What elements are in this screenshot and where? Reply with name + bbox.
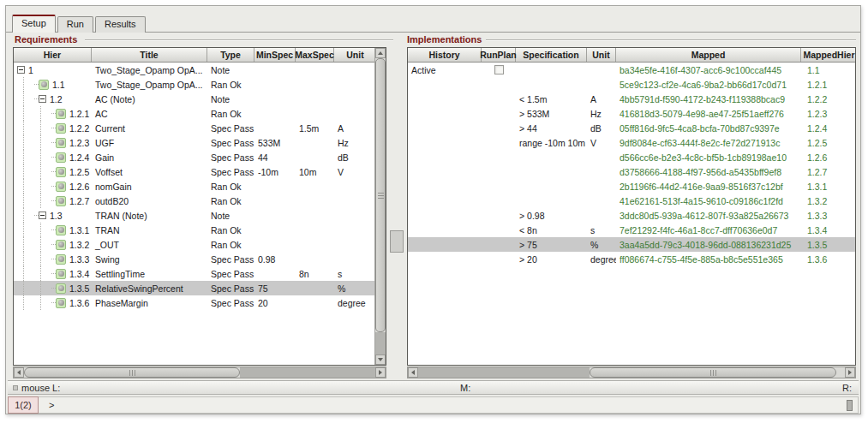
implementation-row[interactable]: d3758666-4188-4f97-956d-a5435bff9ef81.2.…	[408, 164, 855, 179]
requirements-vertical-scrollbar[interactable]	[374, 48, 386, 365]
cell-mappedhier: 1.2.5	[801, 135, 856, 150]
hier-label: 1.2.5	[69, 167, 89, 177]
cell-title: UGF	[92, 135, 207, 150]
tree-guide-line	[40, 281, 51, 295]
tree-guide-line	[23, 106, 34, 121]
requirement-row[interactable]: 1Two_Stage_Opamp OpA...Note	[14, 63, 374, 77]
req-column-header-unit[interactable]: Unit	[334, 48, 376, 62]
requirement-row[interactable]: 1.2AC (Note)Note	[14, 92, 374, 106]
implementation-row[interactable]: 2b1196f6-44d2-416e-9aa9-8516f37c12bf1.3.…	[408, 179, 855, 194]
cell-title: Voffset	[92, 164, 207, 179]
requirement-row[interactable]: 1.3.5RelativeSwingPercentSpec Pass75%	[14, 281, 374, 295]
horizontal-scrollbar-thumb[interactable]	[24, 367, 240, 378]
tree-collapse-icon[interactable]	[39, 212, 46, 219]
implementation-row[interactable]: 5ce9c123-cf2e-4ca6-9ba2-bb66d17c0d711.2.…	[408, 77, 855, 92]
hier-label: 1.3.4	[69, 269, 89, 279]
requirement-row[interactable]: 1.3.4SettlingTimeSpec Pass8ns	[14, 266, 374, 281]
scroll-right-button[interactable]	[375, 367, 386, 378]
cell-hier: 1.3.2	[14, 237, 92, 252]
implementations-horizontal-scrollbar[interactable]	[407, 366, 856, 378]
implementation-row[interactable]: range -10m 10mV9df8084e-cf63-444f-8e2c-f…	[408, 135, 855, 150]
tree-guide-line	[40, 106, 51, 121]
tab-setup[interactable]: Setup	[12, 15, 56, 33]
cell-maxspec	[296, 106, 334, 121]
requirement-row[interactable]: 1.3.3SwingSpec Pass0.98	[14, 252, 374, 266]
req-column-header-maxspec[interactable]: MaxSpec	[296, 48, 334, 62]
impl-column-header-unit[interactable]: Unit	[587, 48, 616, 62]
cell-title: RelativeSwingPercent	[92, 281, 207, 295]
requirements-groupbox-line	[85, 39, 393, 41]
requirement-row[interactable]: 1.1Two_Stage_Opamp OpA...Ran Ok	[14, 77, 374, 92]
cell-specification	[516, 194, 587, 208]
tree-guide-line	[40, 295, 51, 310]
requirement-row[interactable]: 1.2.1ACRan Ok	[14, 106, 374, 121]
cell-title: Current	[92, 121, 207, 135]
runplan-checkbox[interactable]	[494, 65, 504, 74]
cell-mappedhier: 1.2.1	[801, 77, 856, 92]
cell-history	[408, 135, 482, 150]
implementation-row[interactable]: > 0.983ddc80d5-939a-4612-807f-93a825a266…	[408, 208, 855, 223]
impl-column-header-mappedhier[interactable]: MappedHier	[801, 48, 856, 62]
scroll-up-button[interactable]	[375, 48, 386, 58]
implementation-row[interactable]: > 533MHz416818d3-5079-4e98-ae47-25f51aef…	[408, 106, 855, 121]
requirement-row[interactable]: 1.2.4GainSpec Pass44dB	[14, 150, 374, 164]
panel-splitter-handle[interactable]	[390, 230, 404, 253]
implementation-row[interactable]: < 8ns7ef21292-f4fc-46a1-8cc7-dff70636e0d…	[408, 223, 855, 237]
implementation-row[interactable]: Activeba34e5fe-416f-4307-acc6-9c100ccaf4…	[408, 63, 855, 77]
impl-column-header-history[interactable]: History	[408, 48, 482, 62]
command-input[interactable]: >	[39, 396, 859, 414]
mouse-left-binding-label: mouse L:	[21, 383, 60, 393]
command-history-button[interactable]: 1(2)	[8, 396, 39, 414]
tree-collapse-icon[interactable]	[17, 66, 25, 74]
cell-title: Two_Stage_Opamp OpA...	[92, 77, 207, 92]
requirement-row[interactable]: 1.2.3UGFSpec Pass533MHz	[14, 135, 374, 150]
scroll-down-button[interactable]	[375, 354, 386, 365]
scroll-left-button[interactable]	[408, 367, 418, 378]
horizontal-scrollbar-thumb[interactable]	[590, 367, 836, 378]
scroll-left-button[interactable]	[14, 367, 24, 378]
tab-results[interactable]: Results	[95, 16, 146, 33]
cell-type: Spec Pass	[207, 164, 254, 179]
tree-collapse-icon[interactable]	[39, 95, 46, 103]
horizontal-scrollbar-track[interactable]	[240, 367, 375, 378]
implementation-row[interactable]: < 1.5mA4bb5791d-f590-4172-b243-f119388bc…	[408, 92, 855, 106]
vertical-scrollbar-thumb[interactable]	[375, 58, 386, 332]
cell-history	[408, 106, 482, 121]
cell-hier: 1.2.4	[14, 150, 92, 164]
req-column-header-minspec[interactable]: MinSpec	[254, 48, 296, 62]
cell-title: SettlingTime	[92, 266, 207, 281]
requirement-row[interactable]: 1.3.6PhaseMarginSpec Pass20degree	[14, 295, 374, 310]
mouse-right-binding-label: R:	[842, 383, 852, 393]
requirement-row[interactable]: 1.3.1TRANRan Ok	[14, 223, 374, 237]
req-column-header-type[interactable]: Type	[207, 48, 254, 62]
impl-column-header-specification[interactable]: Specification	[516, 48, 587, 62]
scroll-right-button[interactable]	[845, 367, 855, 378]
implementation-row[interactable]: 41e62161-513f-4a15-9610-c09186c1f2fd1.3.…	[408, 194, 855, 208]
cell-runplan	[482, 179, 516, 194]
implementation-row[interactable]: > 75%3aa4a5dd-79c3-4018-96dd-088136231d2…	[408, 237, 855, 252]
implementation-row[interactable]: > 44dB05ff816d-9fc5-4ca8-bcfa-70bd87c939…	[408, 121, 855, 135]
hier-label: 1.1	[52, 80, 65, 90]
impl-column-header-runplan[interactable]: RunPlan	[482, 48, 516, 62]
requirement-row[interactable]: 1.3TRAN (Note)Note	[14, 208, 374, 223]
requirement-row[interactable]: 1.3.2_OUTRan Ok	[14, 237, 374, 252]
requirement-row[interactable]: 1.2.7outdB20Ran Ok	[14, 194, 374, 208]
vertical-scrollbar-track[interactable]	[375, 332, 386, 354]
req-column-header-title[interactable]: Title	[92, 48, 207, 62]
requirements-table: HierTitleTypeMinSpecMaxSpecUnit 1Two_Sta…	[13, 47, 386, 366]
horizontal-scrollbar-track[interactable]	[418, 367, 590, 378]
requirement-row[interactable]: 1.2.2CurrentSpec Pass1.5mA	[14, 121, 374, 135]
cell-mapped: d566cc6e-b2e3-4c8c-bf5b-1cb89198ae10	[616, 150, 801, 164]
cell-unit: %	[587, 237, 616, 252]
cell-maxspec	[296, 63, 334, 77]
req-column-header-hier[interactable]: Hier	[14, 48, 92, 62]
requirements-horizontal-scrollbar[interactable]	[13, 366, 386, 378]
requirement-row[interactable]: 1.2.5VoffsetSpec Pass-10m10mV	[14, 164, 374, 179]
requirement-row[interactable]: 1.2.6nomGainRan Ok	[14, 179, 374, 194]
implementation-row[interactable]: d566cc6e-b2e3-4c8c-bf5b-1cb89198ae101.2.…	[408, 150, 855, 164]
tab-run[interactable]: Run	[57, 16, 93, 33]
implementation-row[interactable]: > 20degreeff086674-c755-4f5e-885a-b8c5e5…	[408, 252, 855, 266]
stamp-glyph	[58, 169, 64, 175]
impl-column-header-mapped[interactable]: Mapped	[616, 48, 801, 62]
cell-maxspec	[296, 77, 334, 92]
